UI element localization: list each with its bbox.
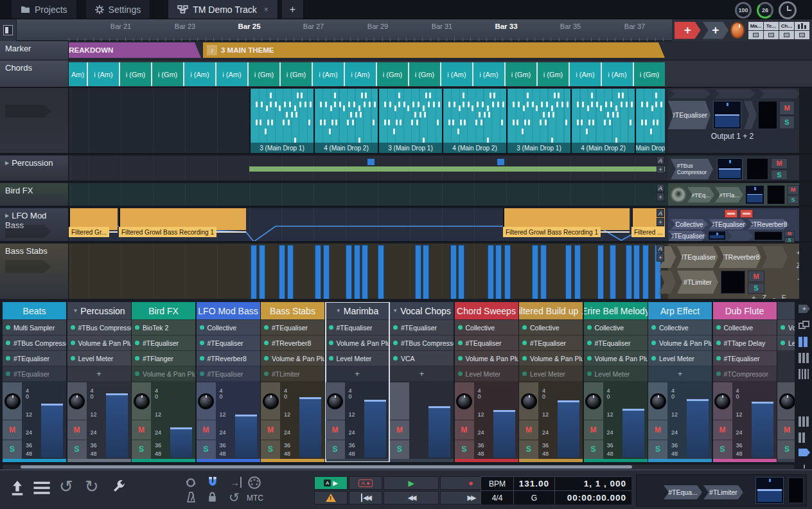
pan-knob[interactable] bbox=[327, 393, 343, 409]
automation-button[interactable]: A bbox=[657, 209, 664, 217]
automation-button[interactable]: A bbox=[657, 244, 664, 253]
pan-knob[interactable] bbox=[585, 393, 601, 409]
new-tab-button[interactable]: + bbox=[282, 0, 304, 19]
strip-plugin[interactable]: Level Meter bbox=[519, 366, 583, 381]
strip-plugin[interactable]: #TBus Compressor bbox=[390, 335, 454, 350]
redo-icon[interactable]: ↻ bbox=[85, 477, 99, 497]
automation-red-button[interactable] bbox=[740, 210, 753, 218]
time-signature[interactable]: 4/4 bbox=[481, 491, 513, 505]
add-track-button[interactable]: + bbox=[675, 22, 701, 39]
strip-plugin[interactable]: Level Meter bbox=[777, 335, 795, 350]
audio-stab-bar[interactable] bbox=[488, 245, 494, 300]
audio-stab-bar[interactable] bbox=[378, 245, 384, 300]
solo-button[interactable]: S bbox=[784, 237, 795, 243]
percussion-clip-bar[interactable] bbox=[249, 166, 665, 172]
close-tab-icon[interactable]: × bbox=[264, 5, 269, 14]
automation-button[interactable]: A bbox=[657, 156, 664, 165]
pan-knob[interactable] bbox=[69, 393, 85, 409]
track-header[interactable]: Bass Stabs bbox=[0, 244, 69, 301]
cell-icon[interactable] bbox=[779, 31, 794, 39]
volume-fader[interactable] bbox=[428, 406, 450, 458]
solo-button[interactable]: S bbox=[3, 440, 22, 460]
audio-stab-bar[interactable] bbox=[251, 245, 257, 300]
solo-button[interactable]: S bbox=[787, 195, 799, 205]
strip-plugin[interactable]: #TEqualiser bbox=[326, 320, 389, 335]
view-button-ch[interactable]: Ch... bbox=[779, 22, 794, 30]
add-plugin-button[interactable]: + bbox=[657, 218, 664, 226]
volume-fader[interactable] bbox=[687, 399, 709, 458]
ruler-bar-label[interactable]: Bar 35 bbox=[560, 22, 581, 30]
strip-plugin[interactable]: Level Meter bbox=[67, 351, 131, 366]
strip-plugin[interactable]: Volume & Pan Plugin bbox=[261, 351, 324, 366]
chord-block[interactable]: i (Am) bbox=[569, 62, 601, 86]
lock-icon[interactable] bbox=[207, 491, 218, 505]
marker-item[interactable]: ♪3 MAIN THEME bbox=[203, 42, 665, 58]
master-knob-button[interactable] bbox=[730, 22, 745, 39]
volume-fader[interactable] bbox=[170, 427, 192, 458]
collapse-arrow-icon[interactable]: ▶ bbox=[5, 160, 9, 166]
strip-plugin[interactable]: #TEqualiser bbox=[3, 366, 66, 381]
volume-fader[interactable] bbox=[558, 400, 579, 458]
master-plugin-tlimiter[interactable]: #TLimiter bbox=[703, 485, 743, 499]
medium-strips-view-icon[interactable] bbox=[799, 353, 810, 363]
mixer-strip-beats[interactable]: BeatsMulti Sampler#TBus Compressor#TEqua… bbox=[3, 302, 66, 462]
timeline-ruler[interactable]: Bar 21Bar 23Bar 25Bar 27Bar 29Bar 31Bar … bbox=[0, 19, 812, 41]
strip-plugin[interactable]: Level Meter bbox=[584, 366, 648, 381]
midi-clip[interactable]: 3 (Main Drop 1) bbox=[506, 89, 570, 153]
strip-plugin[interactable]: #TEqualiser bbox=[3, 351, 66, 366]
mute-button[interactable]: M bbox=[748, 271, 764, 282]
bpm-value[interactable]: 131.00 bbox=[514, 477, 554, 490]
tray-icon[interactable] bbox=[748, 31, 763, 39]
menu-icon[interactable] bbox=[33, 481, 50, 497]
chord-block[interactable]: i (Gm) bbox=[119, 62, 151, 86]
strip-header[interactable]: Erire Bell Melody bbox=[584, 302, 648, 319]
volume-fader[interactable] bbox=[364, 400, 386, 458]
strip-plugin[interactable]: #TEqualiser bbox=[455, 335, 518, 350]
audio-stab-bar[interactable] bbox=[495, 245, 502, 300]
mute-button[interactable]: M bbox=[787, 185, 799, 195]
ruler-bar-label[interactable]: Bar 37 bbox=[624, 22, 645, 30]
midi-clip[interactable]: 4 (Main Drop 2) bbox=[570, 89, 635, 153]
view-button-te[interactable]: Te... bbox=[764, 22, 779, 30]
audio-stab-bar[interactable] bbox=[346, 245, 352, 300]
mute-button[interactable]: M bbox=[584, 420, 603, 440]
add-plugin-row[interactable]: + bbox=[648, 366, 712, 381]
rewind-button[interactable]: ◀◀ bbox=[384, 491, 439, 505]
plugin-treverber8[interactable]: #TReverber8 bbox=[719, 246, 761, 268]
ruler-bar-label[interactable]: Bar 25 bbox=[238, 22, 260, 30]
audio-stab-bar[interactable] bbox=[450, 245, 457, 300]
plugin-tequaliser[interactable]: #TEqualiser bbox=[668, 101, 710, 129]
strip-plugin[interactable]: Multi Sampler bbox=[3, 320, 66, 335]
chord-block[interactable]: i (Gm) bbox=[408, 62, 440, 86]
bpm-label[interactable]: BPM bbox=[481, 477, 513, 490]
chord-block[interactable]: i (Gm) bbox=[247, 62, 279, 86]
strip-header[interactable]: Filtered Build up ... bbox=[519, 302, 583, 319]
track-content[interactable]: A+Filtered Gr...Filtered Growl Bass Reco… bbox=[69, 208, 665, 241]
audio-stab-bar[interactable] bbox=[597, 245, 604, 300]
fader-widget[interactable] bbox=[713, 101, 741, 129]
track-header[interactable]: ▶Percussion bbox=[0, 156, 69, 181]
strip-plugin[interactable]: Level Meter bbox=[455, 366, 518, 381]
add-plugin-button[interactable]: + bbox=[657, 165, 664, 174]
volume-fader[interactable] bbox=[622, 409, 644, 458]
meters-view-icon[interactable] bbox=[799, 416, 810, 427]
track-content[interactable]: A+ bbox=[69, 244, 665, 301]
midi-icon[interactable] bbox=[248, 476, 261, 492]
strip-plugin[interactable]: Collective bbox=[455, 320, 518, 335]
percussion-clip-dot[interactable] bbox=[367, 159, 375, 165]
strip-header[interactable]: ▼Percussion bbox=[67, 302, 131, 319]
strip-plugin[interactable]: Collective bbox=[197, 320, 260, 335]
chord-block[interactable]: i (Am) bbox=[344, 62, 376, 86]
solo-button[interactable]: S bbox=[648, 440, 667, 460]
automation-button[interactable]: A bbox=[657, 184, 664, 192]
strip-plugin[interactable]: #TTape Delay bbox=[713, 335, 777, 350]
mute-button[interactable]: M bbox=[779, 101, 795, 115]
strip-header[interactable]: Arp Effect bbox=[648, 302, 712, 319]
strip-plugin[interactable]: Volume & Pan Plugin bbox=[777, 320, 795, 335]
strip-plugin[interactable]: Volume & Pan Plugin bbox=[132, 366, 195, 381]
wide-strips-view-icon[interactable] bbox=[799, 337, 810, 347]
master-plugin-tequaliser[interactable]: #TEqua... bbox=[664, 485, 702, 499]
plugin-tequaliser[interactable]: #TEqualiser bbox=[668, 231, 707, 241]
solo-button[interactable]: S bbox=[455, 440, 474, 460]
safe-record-button[interactable] bbox=[314, 491, 348, 505]
